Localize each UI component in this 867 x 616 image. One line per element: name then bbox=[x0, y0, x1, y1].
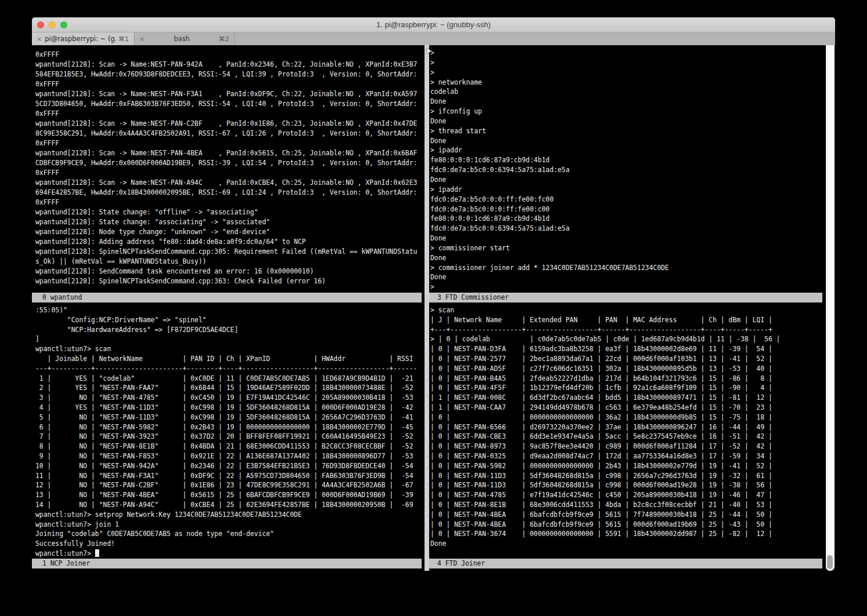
window-title: 1. pi@raspberrypi: ~ (gnubby-ssh) bbox=[32, 17, 835, 32]
scrollbar[interactable] bbox=[826, 45, 835, 571]
pane-ftd-joiner-output: > scan | J | Network Name | Extended PAN… bbox=[429, 302, 826, 549]
pane-divider[interactable] bbox=[425, 45, 429, 571]
window-titlebar[interactable]: 1. pi@raspberrypi: ~ (gnubby-ssh) bbox=[32, 17, 835, 32]
pane-ftd-commissioner[interactable]: > > > > networkname codelab Done > ifcon… bbox=[429, 45, 826, 293]
tab-bash[interactable]: × bash ⌘2 bbox=[135, 32, 235, 45]
tab-bar: × pi@raspberrypi: ~ (g... ⌘1 × bash ⌘2 bbox=[32, 32, 835, 45]
pane-status-ftd-joiner: 4 FTD Joiner bbox=[429, 559, 822, 568]
terminal-content: 0xFFFF wpantund[2128]: Scan -> Name:NEST… bbox=[32, 45, 835, 571]
scrollbar-thumb[interactable] bbox=[827, 555, 833, 569]
pane-status-ftd-commissioner: 3 FTD Commissioner bbox=[429, 293, 822, 302]
pane-wpantund-output: 0xFFFF wpantund[2128]: Scan -> Name:NEST… bbox=[32, 45, 425, 286]
traffic-lights bbox=[37, 21, 67, 28]
tab-close-icon[interactable]: × bbox=[32, 35, 45, 43]
zoom-button[interactable] bbox=[60, 21, 67, 28]
pane-wpantund[interactable]: 0xFFFF wpantund[2128]: Scan -> Name:NEST… bbox=[32, 45, 425, 293]
tab-label: pi@raspberrypi: ~ (g... bbox=[45, 35, 116, 43]
pane-ncp-joiner[interactable]: :55:05)" "Config:NCP:DriverName" => "spi… bbox=[32, 302, 425, 559]
terminal-window: 1. pi@raspberrypi: ~ (gnubby-ssh) × pi@r… bbox=[32, 17, 835, 571]
pane-ncp-joiner-output: :55:05)" "Config:NCP:DriverName" => "spi… bbox=[32, 302, 425, 559]
terminal-cursor bbox=[95, 549, 99, 557]
tab-shortcut: ⌘1 bbox=[116, 35, 134, 43]
tab-ssh[interactable]: × pi@raspberrypi: ~ (g... ⌘1 bbox=[32, 32, 135, 45]
tab-bar-filler bbox=[235, 32, 835, 45]
pane-status-wpantund: 0 wpantund bbox=[32, 293, 422, 302]
pane-ftd-commissioner-output: > > > > networkname codelab Done > ifcon… bbox=[429, 45, 826, 292]
mouse-cursor-icon bbox=[427, 48, 431, 54]
tab-close-icon[interactable]: × bbox=[135, 35, 147, 43]
close-button[interactable] bbox=[37, 21, 44, 28]
tab-shortcut: ⌘2 bbox=[216, 35, 234, 43]
minimize-button[interactable] bbox=[49, 21, 56, 28]
tab-label: bash bbox=[147, 35, 216, 43]
pane-status-ncp-joiner: 1 NCP Joiner bbox=[32, 559, 422, 568]
pane-ftd-joiner[interactable]: > scan | J | Network Name | Extended PAN… bbox=[429, 302, 826, 559]
